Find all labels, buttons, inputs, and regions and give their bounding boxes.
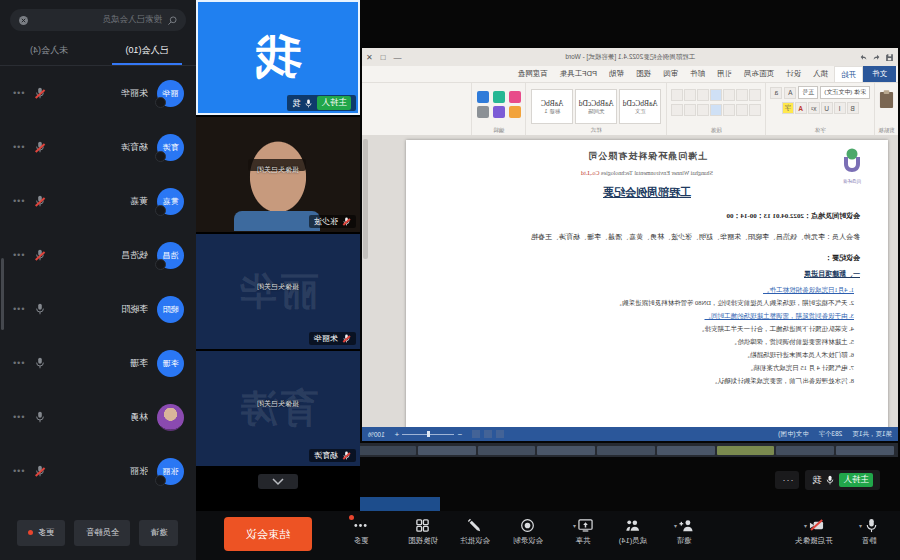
ribbon-tab-5[interactable]: 页面布局 — [738, 66, 780, 82]
caret-icon[interactable]: ▾ — [804, 522, 807, 529]
paragraph-button[interactable] — [736, 104, 748, 116]
end-meeting-button[interactable]: 结束会议 — [224, 517, 312, 551]
taskbar-app-button[interactable] — [717, 446, 775, 455]
participant-search-input[interactable]: 搜索已入会成员 — [10, 9, 186, 31]
more-button[interactable]: 更多 — [18, 520, 66, 546]
ribbon-tab-9[interactable]: 视图 — [630, 66, 657, 82]
view-mode-buttons[interactable] — [472, 430, 504, 438]
addin-icon[interactable] — [509, 106, 521, 118]
row-more-button[interactable]: ••• — [12, 304, 24, 314]
taskbar-app-button[interactable] — [418, 446, 476, 455]
clear-search-icon[interactable] — [18, 15, 29, 26]
row-more-button[interactable]: ••• — [12, 358, 24, 368]
caret-icon[interactable]: ▾ — [859, 522, 862, 529]
participant-row[interactable]: 李珊李珊••• — [0, 336, 196, 390]
paragraph-button[interactable] — [684, 104, 696, 116]
windows-taskbar[interactable] — [354, 443, 898, 457]
participant-row[interactable]: 林勇••• — [0, 390, 196, 444]
format-button[interactable]: 字 — [782, 102, 794, 114]
taskbar-app-button[interactable] — [836, 446, 894, 455]
video-tile[interactable]: 育涛摄像头已关闭杨育涛 — [196, 351, 360, 466]
taskbar-app-button[interactable] — [358, 446, 416, 455]
format-button[interactable]: U — [821, 102, 833, 114]
participant-row[interactable]: 育涛杨育涛••• — [0, 120, 196, 174]
overlay-more-button[interactable]: ··· — [776, 471, 800, 489]
style-card[interactable]: AaBbCcDd无间隔 — [575, 89, 617, 124]
ribbon-tab-6[interactable]: 引用 — [711, 66, 738, 82]
font-size-select[interactable]: 五号 — [798, 86, 818, 99]
video-tile[interactable]: 我主持人我 — [196, 0, 360, 115]
video-tile[interactable]: 丽华摄像头已关闭朱丽华 — [196, 234, 360, 349]
close-icon[interactable]: ✕ — [366, 53, 373, 62]
participant-row[interactable]: 丽华朱丽华••• — [0, 66, 196, 120]
ribbon-tab-2[interactable]: 开始 — [834, 66, 863, 82]
toolbar-mic-button[interactable]: ▾静音 — [840, 517, 898, 546]
format-button[interactable]: B — [847, 102, 859, 114]
paste-icon[interactable] — [879, 90, 894, 109]
ribbon-tab-4[interactable]: 设计 — [780, 66, 807, 82]
paragraph-button[interactable] — [749, 104, 761, 116]
document-canvas[interactable]: 问鼎环保 上海问鼎环保科技有限公司 Shanghai Winner Enviro… — [362, 135, 898, 427]
language-indicator[interactable]: 中文(中国) — [778, 430, 808, 439]
paragraph-button[interactable] — [710, 104, 722, 116]
taskbar-app-button[interactable] — [478, 446, 536, 455]
word-quick-access-toolbar[interactable] — [859, 53, 894, 62]
style-card[interactable]: AaBbC标题 1 — [531, 89, 573, 124]
tab-joined[interactable]: 已入会(10) — [98, 35, 196, 65]
row-more-button[interactable]: ••• — [12, 250, 24, 260]
toolbar-grid-button[interactable]: 切换视图 — [394, 517, 452, 546]
toolbar-padd-button[interactable]: ▾邀请 — [655, 517, 713, 546]
row-more-button[interactable]: ••• — [12, 142, 24, 152]
mute-all-button[interactable]: 全员静音 — [75, 520, 131, 546]
ribbon-tab-7[interactable]: 邮件 — [684, 66, 711, 82]
zoom-level[interactable]: 100% — [368, 431, 385, 438]
paragraph-button[interactable] — [723, 104, 735, 116]
participant-row[interactable]: 浩昌钱浩昌••• — [0, 228, 196, 282]
window-controls[interactable]: —□✕ — [366, 53, 402, 62]
row-more-button[interactable]: ••• — [12, 196, 24, 206]
paragraph-button[interactable] — [749, 89, 761, 101]
ribbon-tab-12[interactable]: 百度网盘 — [512, 66, 554, 82]
participant-row[interactable]: 黄嘉黄嘉••• — [0, 174, 196, 228]
word-count[interactable]: 283个字 — [818, 430, 842, 439]
participant-row[interactable]: 晓阳李晓阳••• — [0, 282, 196, 336]
grow-font-icon[interactable]: A — [784, 87, 796, 99]
tab-not-joined[interactable]: 未入会(4) — [0, 35, 98, 65]
ribbon-tab-3[interactable]: 插入 — [807, 66, 834, 82]
taskbar-app-button[interactable] — [537, 446, 595, 455]
paragraph-button[interactable] — [710, 89, 722, 101]
toolbar-pen-button[interactable]: 会议批注 — [446, 517, 504, 546]
taskbar-app-button[interactable] — [597, 446, 655, 455]
ribbon-tab-1[interactable]: 文件 — [863, 66, 896, 82]
invite-button[interactable]: 邀请 — [140, 520, 179, 546]
video-tile[interactable]: 摄像头已关闭张少波 — [196, 117, 360, 232]
addin-icon[interactable] — [493, 106, 505, 118]
taskbar-app-button[interactable] — [776, 446, 834, 455]
ribbon-tab-11[interactable]: PDF工具集 — [554, 66, 604, 82]
maximize-icon[interactable]: □ — [381, 53, 386, 62]
document-scrollbar[interactable] — [363, 139, 368, 259]
taskbar-app-button[interactable] — [657, 446, 715, 455]
addin-icon[interactable] — [477, 91, 489, 103]
row-more-button[interactable]: ••• — [12, 412, 24, 422]
caret-icon[interactable]: ▾ — [573, 522, 576, 529]
caret-icon[interactable]: ▾ — [674, 522, 677, 529]
font-name-select[interactable]: 宋体 (中文正文) — [820, 86, 870, 99]
zoom-slider[interactable]: −+ — [395, 430, 462, 439]
toolbar-record-button[interactable]: 会议录制 — [499, 517, 557, 546]
shrink-font-icon[interactable]: a — [770, 87, 782, 99]
format-button[interactable]: I — [834, 102, 846, 114]
addin-icon[interactable] — [509, 91, 521, 103]
paragraph-button[interactable] — [723, 89, 735, 101]
style-card[interactable]: AaBbCcDd正文 — [619, 89, 661, 124]
paragraph-button[interactable] — [697, 89, 709, 101]
toolbar-screen-button[interactable]: ▾共享 — [554, 517, 612, 546]
addin-icon[interactable] — [477, 106, 489, 118]
format-button[interactable]: x² — [808, 102, 820, 114]
row-more-button[interactable]: ••• — [12, 466, 24, 476]
toolbar-dots-button[interactable]: 更多 — [332, 517, 390, 546]
participant-scrollbar[interactable] — [1, 258, 4, 330]
addin-icon[interactable] — [493, 91, 505, 103]
paragraph-button[interactable] — [736, 89, 748, 101]
ribbon-tab-10[interactable]: 帮助 — [603, 66, 630, 82]
